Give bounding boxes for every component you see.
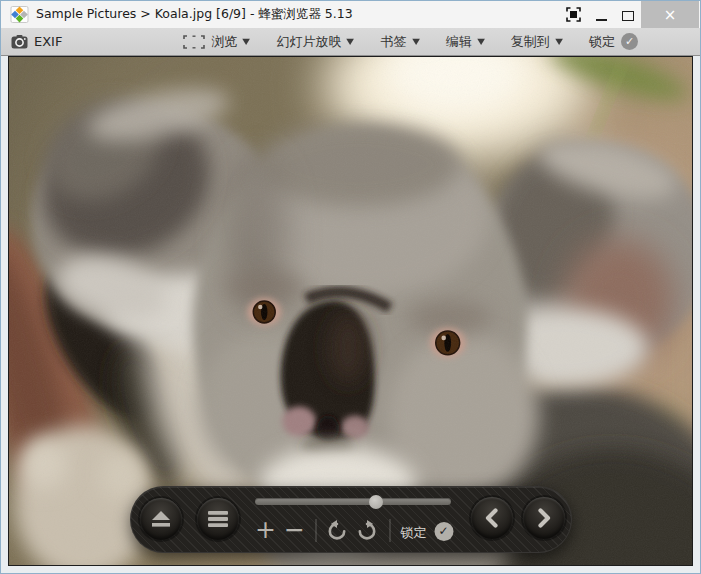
rotate-right-button[interactable]	[356, 520, 378, 545]
exif-button[interactable]: EXIF	[11, 34, 62, 49]
image-canvas: + − 锁定 ✓	[8, 56, 693, 566]
divider	[389, 519, 390, 542]
menu-browse[interactable]: 浏览 ▼	[183, 33, 249, 51]
chevron-left-icon	[483, 507, 501, 529]
zoom-slider-track[interactable]	[255, 498, 451, 505]
floating-control-bar: + − 锁定 ✓	[130, 486, 572, 553]
rotate-left-button[interactable]	[326, 520, 348, 545]
fullscreen-icon	[566, 7, 581, 22]
minimize-icon	[596, 19, 607, 21]
titlebar[interactable]: Sample Pictures > Koala.jpg [6/9] - 蜂蜜浏览…	[1, 1, 700, 28]
maximize-icon	[622, 11, 634, 21]
previous-image-button[interactable]	[471, 497, 513, 539]
menu-icon	[207, 510, 229, 528]
close-icon: ×	[664, 6, 677, 24]
menu-bookmarks[interactable]: 书签 ▼	[381, 33, 419, 51]
chevron-down-icon: ▼	[347, 37, 355, 46]
toolbar-lock-toggle[interactable]: 锁定 ✓	[589, 33, 638, 51]
eject-icon	[149, 510, 173, 528]
rotate-ccw-icon	[326, 520, 348, 541]
menu-slideshow[interactable]: 幻灯片放映 ▼	[276, 33, 353, 51]
exif-label: EXIF	[34, 34, 62, 49]
eject-button[interactable]	[140, 498, 182, 540]
menu-button[interactable]	[197, 498, 239, 540]
check-circle-icon: ✓	[621, 33, 638, 50]
chevron-down-icon: ▼	[477, 37, 485, 46]
window-controls: ×	[558, 1, 699, 28]
toolbar-menus: 浏览 ▼ 幻灯片放映 ▼ 书签 ▼ 编辑 ▼ 复制到 ▼ 锁定 ✓	[183, 33, 638, 51]
fullscreen-button[interactable]	[558, 1, 588, 28]
minimize-button[interactable]	[588, 1, 614, 28]
menu-copy-to[interactable]: 复制到 ▼	[511, 33, 562, 51]
camera-icon	[11, 35, 28, 49]
zoom-out-button[interactable]: −	[284, 517, 305, 543]
chevron-down-icon: ▼	[242, 37, 250, 46]
chevron-down-icon: ▼	[555, 37, 563, 46]
menu-bookmarks-label: 书签	[381, 33, 407, 51]
maximize-button[interactable]	[614, 1, 641, 28]
bar-lock-check-badge[interactable]: ✓	[434, 522, 453, 541]
bar-lock-label[interactable]: 锁定	[401, 524, 427, 542]
divider	[315, 519, 316, 542]
close-button[interactable]: ×	[641, 1, 699, 28]
rotate-cw-icon	[356, 520, 378, 541]
toolbar-lock-label: 锁定	[589, 33, 615, 51]
chevron-right-icon	[535, 507, 553, 529]
menu-copy-to-label: 复制到	[511, 33, 550, 51]
toolbar: EXIF 浏览 ▼ 幻灯片放映 ▼ 书签 ▼ 编辑	[1, 28, 700, 56]
browse-frame-icon	[183, 35, 205, 49]
app-window: Sample Pictures > Koala.jpg [6/9] - 蜂蜜浏览…	[0, 0, 701, 574]
chevron-down-icon: ▼	[412, 37, 420, 46]
zoom-slider-thumb[interactable]	[369, 495, 383, 509]
app-logo-icon	[10, 6, 29, 23]
menu-edit-label: 编辑	[446, 33, 472, 51]
menu-browse-label: 浏览	[211, 33, 237, 51]
menu-slideshow-label: 幻灯片放映	[276, 33, 341, 51]
next-image-button[interactable]	[523, 497, 565, 539]
window-title: Sample Pictures > Koala.jpg [6/9] - 蜂蜜浏览…	[36, 6, 353, 23]
menu-edit[interactable]: 编辑 ▼	[446, 33, 484, 51]
zoom-in-button[interactable]: +	[255, 517, 276, 543]
viewer-area: + − 锁定 ✓	[8, 56, 693, 566]
